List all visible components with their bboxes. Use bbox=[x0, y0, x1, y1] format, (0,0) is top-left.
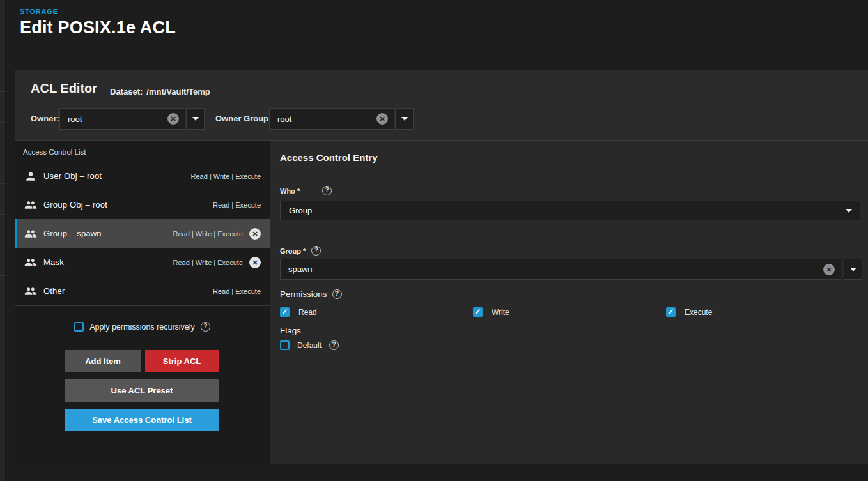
acl-row-label: Group – spawn bbox=[43, 229, 102, 238]
permissions-checkboxes: ✓ Read ✓ Write ✓ Execute bbox=[280, 307, 860, 317]
permission-write: ✓ Write bbox=[473, 307, 666, 317]
help-icon[interactable]: ? bbox=[201, 322, 210, 332]
ace-title: Access Control Entry bbox=[280, 152, 378, 163]
owner-label: Owner: bbox=[31, 114, 59, 123]
owner-dropdown-button[interactable] bbox=[186, 108, 205, 130]
save-acl-button[interactable]: Save Access Control List bbox=[65, 409, 219, 431]
default-label: Default bbox=[297, 341, 322, 350]
user-icon bbox=[24, 170, 37, 183]
group-icon bbox=[24, 199, 37, 211]
owner-group-clear-icon[interactable]: ✕ bbox=[376, 113, 388, 125]
acl-row-permissions: Read | Write | Execute bbox=[173, 259, 243, 266]
flags-label-text: Flags bbox=[280, 326, 301, 335]
acl-row-label: Group Obj – root bbox=[43, 200, 107, 210]
acl-row-permissions: Read | Execute bbox=[213, 201, 261, 209]
group-clear-icon[interactable]: ✕ bbox=[823, 264, 835, 275]
chevron-down-icon bbox=[850, 268, 856, 271]
owner-group-input-box: ✕ bbox=[269, 108, 394, 130]
default-checkbox[interactable] bbox=[280, 340, 290, 350]
editor-title: ACL Editor bbox=[31, 81, 97, 96]
owner-input[interactable] bbox=[60, 114, 167, 124]
list-divider bbox=[15, 305, 270, 306]
access-control-entry-panel: Access Control Entry Who * ? Group Group… bbox=[270, 141, 868, 464]
delete-entry-icon[interactable]: ✕ bbox=[249, 257, 261, 268]
write-label: Write bbox=[492, 308, 509, 317]
sidebar-divider bbox=[0, 245, 6, 245]
dataset-label: Dataset: bbox=[110, 87, 143, 96]
page-header: STORAGE Edit POSIX.1e ACL bbox=[20, 8, 176, 38]
sidebar-divider bbox=[0, 91, 6, 92]
permission-read: ✓ Read bbox=[280, 307, 473, 317]
acl-row-label: Mask bbox=[43, 257, 64, 267]
recursive-label: Apply permissions recursively bbox=[89, 323, 195, 332]
acl-row-mask[interactable]: Mask Read | Write | Execute ✕ bbox=[15, 248, 270, 277]
group-icon bbox=[24, 227, 37, 240]
read-checkbox[interactable]: ✓ bbox=[280, 307, 290, 317]
flag-default: Default ? bbox=[280, 340, 339, 350]
sidebar-divider bbox=[0, 275, 6, 276]
group-icon bbox=[24, 285, 37, 298]
permission-execute: ✓ Execute bbox=[666, 307, 859, 317]
acl-row-user-obj[interactable]: User Obj – root Read | Write | Execute bbox=[15, 162, 270, 190]
acl-row-permissions: Read | Write | Execute bbox=[173, 230, 243, 238]
group-icon bbox=[24, 256, 37, 269]
dataset-info: Dataset:/mnt/Vault/Temp bbox=[110, 87, 210, 96]
help-icon[interactable]: ? bbox=[332, 289, 342, 299]
strip-acl-button[interactable]: Strip ACL bbox=[145, 350, 219, 372]
sidebar-divider bbox=[0, 183, 6, 184]
recursive-checkbox[interactable] bbox=[74, 322, 84, 332]
who-label: Who * bbox=[280, 187, 300, 195]
group-label-row: Group * ? bbox=[280, 246, 321, 256]
group-dropdown-button[interactable] bbox=[844, 259, 862, 280]
acl-row-permissions: Read | Execute bbox=[213, 287, 261, 295]
owner-group-input[interactable] bbox=[270, 114, 376, 124]
sidebar-divider bbox=[0, 61, 6, 61]
execute-checkbox[interactable]: ✓ bbox=[666, 307, 676, 317]
breadcrumb-storage[interactable]: STORAGE bbox=[20, 8, 176, 15]
chevron-down-icon bbox=[401, 117, 408, 121]
group-label: Group * bbox=[280, 247, 306, 255]
owner-group-label: Owner Group: bbox=[215, 114, 271, 123]
permissions-label: Permissions bbox=[280, 289, 327, 299]
execute-label: Execute bbox=[685, 308, 712, 317]
help-icon[interactable]: ? bbox=[329, 340, 339, 350]
acl-rows: User Obj – root Read | Write | Execute G… bbox=[15, 162, 270, 305]
who-label-row: Who * ? bbox=[280, 186, 332, 195]
sidebar-divider bbox=[0, 153, 6, 153]
who-select[interactable]: Group bbox=[280, 201, 860, 220]
owner-group-dropdown-button[interactable] bbox=[395, 108, 414, 130]
use-acl-preset-button[interactable]: Use ACL Preset bbox=[65, 379, 219, 402]
acl-row-group-obj[interactable]: Group Obj – root Read | Execute bbox=[15, 190, 270, 219]
acl-row-permissions: Read | Write | Execute bbox=[191, 172, 261, 180]
sidebar-divider bbox=[0, 214, 6, 215]
owner-clear-icon[interactable]: ✕ bbox=[167, 113, 179, 125]
acl-row-other[interactable]: Other Read | Execute bbox=[15, 277, 270, 305]
acl-editor-card: ACL Editor Dataset:/mnt/Vault/Temp Owner… bbox=[15, 70, 868, 464]
help-icon[interactable]: ? bbox=[311, 246, 321, 256]
acl-row-group-spawn[interactable]: Group – spawn Read | Write | Execute ✕ bbox=[15, 219, 270, 248]
help-icon[interactable]: ? bbox=[322, 186, 332, 195]
flags-label: Flags bbox=[280, 326, 301, 335]
delete-entry-icon[interactable]: ✕ bbox=[249, 228, 261, 240]
sidebar-divider bbox=[0, 122, 6, 123]
chevron-down-icon bbox=[192, 117, 199, 121]
acl-row-label: User Obj – root bbox=[43, 171, 102, 181]
group-input[interactable] bbox=[281, 264, 823, 274]
read-label: Read bbox=[298, 308, 317, 317]
group-input-box: ✕ bbox=[280, 259, 841, 280]
acl-editor-header: ACL Editor Dataset:/mnt/Vault/Temp Owner… bbox=[15, 70, 868, 141]
permissions-label-row: Permissions ? bbox=[280, 289, 342, 299]
chevron-down-icon bbox=[846, 209, 852, 213]
owner-row: Owner: ✕ Owner Group: ✕ bbox=[15, 108, 868, 130]
access-control-list-panel: Access Control List User Obj – root Read… bbox=[15, 141, 270, 464]
sidebar-edge bbox=[0, 0, 6, 481]
recursive-option: Apply permissions recursively ? bbox=[15, 322, 270, 332]
acl-buttons: Add Item Strip ACL Use ACL Preset Save A… bbox=[65, 350, 219, 431]
dataset-path: /mnt/Vault/Temp bbox=[146, 87, 210, 96]
acl-list-title: Access Control List bbox=[23, 148, 86, 156]
acl-row-label: Other bbox=[43, 286, 65, 296]
write-checkbox[interactable]: ✓ bbox=[473, 307, 483, 317]
add-item-button[interactable]: Add Item bbox=[65, 350, 141, 372]
owner-input-box: ✕ bbox=[59, 108, 185, 130]
page-title: Edit POSIX.1e ACL bbox=[20, 18, 176, 38]
